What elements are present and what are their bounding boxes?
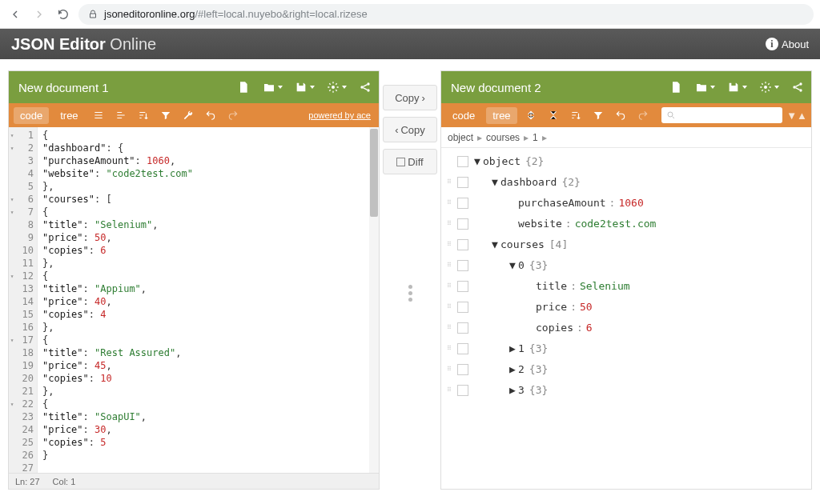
- save-icon[interactable]: [726, 80, 741, 94]
- forward-button[interactable]: [30, 6, 48, 23]
- tree-row[interactable]: ⠿price:50: [441, 297, 811, 318]
- url-bar[interactable]: jsoneditoronline.org/#left=local.nuyebo&…: [78, 4, 814, 25]
- tree-row[interactable]: ⠿▼dashboard{2}: [441, 172, 811, 193]
- mode-code-button[interactable]: code: [14, 107, 49, 124]
- drag-grip-icon[interactable]: ⠿: [444, 389, 452, 392]
- expand-toggle[interactable]: ▼: [489, 234, 500, 255]
- powered-by-link[interactable]: powered by ace: [308, 110, 374, 120]
- search-input[interactable]: [661, 107, 782, 123]
- sort-icon[interactable]: [135, 106, 152, 124]
- tree-view[interactable]: ▼object{2}⠿▼dashboard{2}⠿purchaseAmount:…: [441, 148, 811, 489]
- open-folder-icon[interactable]: [262, 80, 276, 94]
- context-menu-button[interactable]: [457, 260, 468, 271]
- context-menu-button[interactable]: [457, 385, 468, 396]
- undo-icon[interactable]: [612, 106, 629, 124]
- copy-right-button[interactable]: Copy›: [383, 85, 437, 110]
- new-file-icon[interactable]: [236, 80, 251, 94]
- tree-row[interactable]: ⠿▼courses[4]: [441, 234, 811, 255]
- status-bar: Ln: 27 Col: 1: [9, 473, 379, 489]
- tree-row[interactable]: ▼object{2}: [441, 151, 811, 172]
- open-folder-icon[interactable]: [694, 80, 709, 94]
- filter-icon[interactable]: [589, 106, 607, 124]
- left-toolbar: code tree powered by ace: [9, 103, 379, 127]
- right-toolbar: code tree ▼▲: [441, 103, 811, 127]
- save-icon[interactable]: [294, 80, 308, 94]
- copy-left-button[interactable]: ‹Copy: [383, 117, 437, 142]
- context-menu-button[interactable]: [457, 218, 468, 230]
- compact-icon[interactable]: [112, 106, 130, 124]
- expand-toggle[interactable]: ▶: [507, 380, 518, 401]
- mode-tree-button[interactable]: tree: [54, 107, 84, 124]
- tree-row[interactable]: ⠿purchaseAmount:1060: [441, 193, 811, 214]
- expand-toggle[interactable]: ▶: [507, 338, 518, 359]
- more-icon[interactable]: [408, 285, 412, 302]
- search-options-icon[interactable]: ▼▲: [787, 110, 806, 122]
- cursor-col: Col: 1: [53, 477, 76, 486]
- drag-grip-icon[interactable]: ⠿: [444, 222, 452, 226]
- drag-grip-icon[interactable]: ⠿: [444, 264, 452, 267]
- drag-grip-icon[interactable]: ⠿: [444, 368, 452, 371]
- breadcrumb[interactable]: object▸courses▸1▸: [441, 127, 811, 148]
- scrollbar[interactable]: [369, 127, 379, 473]
- context-menu-button[interactable]: [457, 239, 468, 250]
- expand-toggle[interactable]: ▶: [507, 359, 518, 380]
- context-menu-button[interactable]: [457, 322, 468, 334]
- context-menu-button[interactable]: [457, 343, 468, 354]
- repair-icon[interactable]: [179, 106, 197, 124]
- code-editor: 1234567891011121314151617181920212223242…: [9, 127, 379, 473]
- format-icon[interactable]: [90, 106, 107, 124]
- expand-icon[interactable]: [522, 106, 540, 124]
- expand-toggle[interactable]: ▼: [507, 255, 518, 276]
- drag-grip-icon[interactable]: ⠿: [444, 243, 452, 246]
- right-panel-header: New document 2: [441, 71, 811, 103]
- tree-row[interactable]: ⠿▶3{3}: [441, 380, 811, 401]
- left-panel-header: New document 1: [9, 71, 379, 103]
- tree-row[interactable]: ⠿▶1{3}: [441, 338, 811, 359]
- share-icon[interactable]: [790, 80, 805, 94]
- share-icon[interactable]: [358, 80, 372, 94]
- lock-icon: [88, 10, 98, 19]
- drag-grip-icon[interactable]: ⠿: [444, 347, 452, 350]
- context-menu-button[interactable]: [457, 156, 468, 167]
- diff-button[interactable]: Diff: [383, 149, 437, 174]
- svg-point-0: [332, 86, 335, 89]
- reload-button[interactable]: [54, 6, 72, 23]
- drag-grip-icon[interactable]: ⠿: [444, 326, 452, 330]
- right-panel-title: New document 2: [451, 81, 541, 94]
- about-link[interactable]: iAbout: [766, 38, 809, 50]
- drag-grip-icon[interactable]: ⠿: [444, 285, 452, 288]
- mode-tree-button[interactable]: tree: [486, 107, 517, 124]
- tree-row[interactable]: ⠿copies:6: [441, 318, 811, 338]
- context-menu-button[interactable]: [457, 281, 468, 292]
- settings-icon[interactable]: [326, 80, 340, 94]
- back-button[interactable]: [6, 6, 24, 23]
- code-content[interactable]: {"dashboard": {"purchaseAmount": 1060,"w…: [38, 127, 379, 473]
- expand-toggle[interactable]: ▼: [472, 151, 483, 172]
- context-menu-button[interactable]: [457, 302, 468, 313]
- context-menu-button[interactable]: [457, 364, 468, 375]
- tree-row[interactable]: ⠿▶2{3}: [441, 359, 811, 380]
- settings-icon[interactable]: [758, 80, 773, 94]
- cursor-line: Ln: 27: [15, 477, 40, 486]
- mode-code-button[interactable]: code: [446, 107, 481, 124]
- tree-row[interactable]: ⠿title:Selenium: [441, 276, 811, 297]
- tree-row[interactable]: ⠿website:code2test.com: [441, 214, 811, 234]
- filter-icon[interactable]: [157, 106, 175, 124]
- context-menu-button[interactable]: [457, 177, 468, 188]
- redo-icon[interactable]: [224, 106, 242, 124]
- collapse-icon[interactable]: [545, 106, 562, 124]
- new-file-icon[interactable]: [669, 80, 683, 94]
- drag-grip-icon[interactable]: ⠿: [444, 202, 452, 205]
- expand-toggle[interactable]: ▼: [489, 172, 500, 193]
- line-gutter[interactable]: 1234567891011121314151617181920212223242…: [9, 127, 38, 473]
- app-header: JSON Editor Online iAbout: [0, 29, 820, 59]
- sort-icon[interactable]: [567, 106, 585, 124]
- tree-row[interactable]: ⠿▼0{3}: [441, 255, 811, 276]
- drag-grip-icon[interactable]: ⠿: [444, 306, 452, 309]
- middle-controls: Copy› ‹Copy Diff: [380, 70, 440, 490]
- redo-icon[interactable]: [634, 106, 652, 124]
- undo-icon[interactable]: [202, 106, 219, 124]
- context-menu-button[interactable]: [457, 198, 468, 209]
- drag-grip-icon[interactable]: ⠿: [444, 181, 452, 184]
- url-text: jsoneditoronline.org/#left=local.nuyebo&…: [104, 8, 368, 20]
